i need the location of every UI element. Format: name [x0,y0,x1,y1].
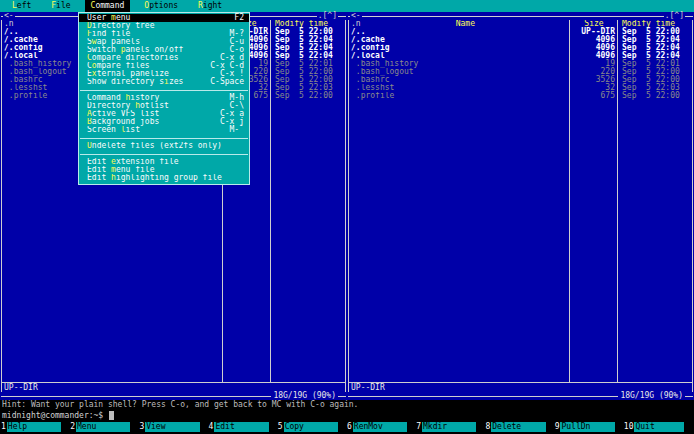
shell-prompt-line[interactable]: midnight@commander:~$ [0,410,694,421]
menubar-item[interactable]: File [45,0,76,12]
menu-item-label: Background jobs [87,118,216,126]
name-column-header[interactable]: .nName [349,20,570,28]
mc-screen: Left File Command Options Right <- .[^] [0,0,694,434]
free-space-indicator: 18G/19G (90%) [271,392,338,400]
file-name: /.local [349,52,570,60]
menu-item-text: Edit [87,174,111,182]
border-line [1,396,271,397]
left-panel-bottom-border: 18G/19G (90%) [1,392,346,400]
right-panel-file-list: /.. UP--DIR Sep 5 22:00 /.cache 4096 Sep… [349,28,692,382]
function-key[interactable]: 2Menu [70,422,130,432]
right-panel-bottom-border: 18G/19G (90%) [348,392,693,400]
menu-item-text: ctive VFS list [92,110,159,118]
menu-item-label: Switch panels on/off [87,46,226,54]
file-name: /.. [349,28,570,36]
menu-item-label: Edit menu file [87,166,240,174]
menubar-item[interactable]: Command [85,0,131,12]
menubar-item[interactable]: Right [192,0,228,12]
menu-item[interactable]: Background jobs C-x j [79,118,249,126]
right-panel: <- .[^] .nName Size Modify time [347,12,694,400]
menubar-item[interactable]: Options [138,0,184,12]
menu-item[interactable]: Find file M-? [79,30,249,38]
function-key[interactable]: 8Delete [485,422,545,432]
menu-item-text: Edit [87,166,111,174]
menu-item[interactable]: Edit extension file [79,158,249,166]
menu-item-text: ompare directories [92,54,179,62]
function-key-label: PullDn [560,422,614,432]
menu-item-label: User menu [87,14,230,22]
menu-item-text: ackground jobs [92,118,159,126]
menu-item-label: Find file [87,30,226,38]
function-key[interactable]: 9PullDn [555,422,615,432]
function-key-label: Quit [634,422,684,432]
scroll-left-mark[interactable]: <- [350,12,362,20]
function-key[interactable]: 10Quit [624,422,684,432]
function-key[interactable]: 4Edit [209,422,269,432]
menu-item[interactable]: Screen list M-` [79,126,249,134]
menu-item[interactable]: User menu F2 [79,14,249,22]
border-line [338,396,346,397]
menu-item-text: Switch [87,46,121,54]
menu-item-text: enu file [116,166,155,174]
border-line [685,16,693,17]
file-size: 675 [570,92,618,100]
menu-item[interactable] [79,86,249,94]
function-key-bar: 1Help 2Menu 3View 4Edit 5Copy 6RenMov 7M… [0,421,694,434]
column-separator [617,20,618,382]
file-name: .bash_history [349,60,570,68]
menu-item-shortcut: C-Space [206,78,244,86]
right-panel-columns: .nName Size Modify time /.. UP--DIR Sep … [349,20,692,382]
function-key[interactable]: 6RenMov [347,422,407,432]
sort-marker: .n [4,20,14,28]
function-key[interactable]: 7Mkdir [416,422,476,432]
menubar-item-text: ptions [149,1,178,10]
menu-item-label: Swap panels [87,38,226,46]
menu-item-text: xtension file [116,158,179,166]
panel-corner-marks[interactable]: .[^] [664,12,685,20]
file-row[interactable]: .profile 675 Sep 5 22:00 [349,92,692,100]
menu-item[interactable]: Edit menu file [79,166,249,174]
menu-item-text: istory [130,94,159,102]
function-key[interactable]: 3View [139,422,199,432]
border-line [685,396,693,397]
function-key[interactable]: 1Help [1,422,61,432]
menu-item-text: ind file [92,30,131,38]
menu-item-label: Active VFS list [87,110,216,118]
menu-item-text: zes [169,78,183,86]
menu-item-label: Screen list [87,126,226,134]
column-separator [270,20,271,382]
menu-item[interactable] [79,150,249,158]
menu-item-text: irectory tree [92,22,155,30]
menu-item[interactable]: Directory tree [79,22,249,30]
menu-item-label: Undelete files (ext2fs only) [87,142,240,150]
function-key-label: Delete [491,422,545,432]
menu-item-text: ist [126,126,140,134]
file-mtime: Sep 5 22:00 [271,92,345,100]
function-key-label: Menu [76,422,130,432]
free-space-indicator: 18G/19G (90%) [618,392,685,400]
menu-item-label: Compare directories [87,54,216,62]
menu-item-text: Edit [87,158,111,166]
function-key-label: View [145,422,199,432]
menu-item[interactable] [79,134,249,142]
file-mtime: Sep 5 22:00 [618,92,692,100]
menubar-item-text: ommand [95,1,124,10]
panel-corner-marks[interactable]: .[^] [317,12,338,20]
menu-item-text: Screen [87,126,121,134]
menu-item[interactable]: Command history M-h [79,94,249,102]
menu-item[interactable]: Show directory sizes C-Space [79,78,249,86]
menu-item-text: anels on/off [126,46,184,54]
menu-item[interactable]: Swap panels C-u [79,38,249,46]
menu-item-text: User [87,14,111,22]
menu-item-label: Directory hotlist [87,102,226,110]
sort-marker: .n [351,20,361,28]
scroll-left-mark[interactable]: <- [3,12,15,20]
menu-item-text: enu [116,14,130,22]
function-key[interactable]: 5Copy [278,422,338,432]
menu-item-text: ighlighting group file [116,174,222,182]
menu-item-label: Compare files [87,62,206,70]
menu-item[interactable]: Edit highlighting group file [79,174,249,182]
file-name: .bashrc [349,76,570,84]
menu-item-label: Show directory sizes [87,78,206,86]
menu-item[interactable]: Undelete files (ext2fs only) [79,142,249,150]
